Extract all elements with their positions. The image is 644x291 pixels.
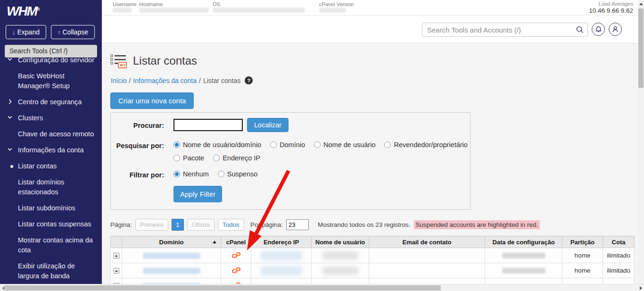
- page-current[interactable]: 1: [172, 219, 184, 231]
- sidebar-item-listar-subdominios[interactable]: Listar subdomínios: [0, 203, 102, 213]
- radio-username-domain[interactable]: Nome de usuário/domínio: [173, 141, 261, 149]
- chevron-down-icon: [8, 116, 12, 119]
- create-account-button[interactable]: Criar uma nova conta: [110, 92, 194, 109]
- radio-username[interactable]: Nome de usuário: [314, 141, 375, 149]
- radio-icon: [270, 141, 277, 148]
- showing-records-text: Mostrando todos os 23 registros.: [318, 221, 411, 228]
- col-email[interactable]: Email de contato: [369, 236, 485, 248]
- horizontal-scroll-thumb[interactable]: [4, 285, 441, 291]
- radio-icon: [314, 141, 321, 148]
- username-value-redacted: [112, 8, 132, 13]
- contact-email-cell: [369, 263, 485, 278]
- os-label: OS: [213, 1, 220, 7]
- accounts-table: Domínio cPanel Endereço IP Nome de usuár…: [110, 236, 635, 284]
- breadcrumb-home-link[interactable]: Início: [111, 77, 126, 84]
- find-button[interactable]: Localizar: [247, 118, 289, 132]
- sidebar-item-basic-webhost-setup[interactable]: Basic WebHost Manager® Setup: [0, 71, 102, 91]
- sidebar-item-clusters[interactable]: Clusters: [0, 113, 102, 123]
- radio-filter-none[interactable]: Nenhum: [173, 170, 209, 178]
- filter-panel: Procurar: Localizar Pesquisar por: Nome …: [110, 112, 471, 210]
- sidebar-item-mostrar-contas-acima-cota[interactable]: Mostrar contas acima da cota: [0, 235, 102, 255]
- help-icon[interactable]: ?: [245, 76, 253, 84]
- radio-icon: [173, 141, 180, 148]
- scroll-up-icon[interactable]: [639, 3, 643, 5]
- load-averages: Load Averages 10.46 9.66 9.62: [589, 1, 633, 14]
- cpanel-login-icon[interactable]: cP: [232, 251, 240, 259]
- domain-link-redacted[interactable]: [143, 268, 200, 274]
- arrow-down-icon: ↓: [12, 29, 16, 36]
- radio-icon: [218, 171, 224, 177]
- sidebar-item-informacoes-conta[interactable]: Informações da conta: [0, 145, 102, 155]
- sidebar-item-listar-contas[interactable]: Listar contas: [0, 161, 102, 171]
- sidebar-item-exibir-largura-banda[interactable]: Exibir utilização de largura de banda: [0, 261, 102, 281]
- partition-cell: home: [562, 248, 603, 263]
- page-last-button: Último: [187, 219, 215, 231]
- os-value-redacted: [213, 8, 305, 13]
- search-by-label: Pesquisar por:: [111, 142, 164, 150]
- chevron-down-icon: [8, 58, 12, 61]
- sidebar-search-input[interactable]: Search Tools (Ctrl /): [5, 45, 97, 58]
- col-expand: [111, 236, 122, 248]
- breadcrumb-section-link[interactable]: Informações da conta: [133, 77, 197, 84]
- sidebar-item-listar-contas-suspensas[interactable]: Listar contas suspensas: [0, 219, 102, 229]
- setup-date-redacted: [502, 253, 545, 258]
- horizontal-scrollbar[interactable]: [0, 284, 644, 291]
- bell-icon: [595, 26, 602, 33]
- chevron-right-icon: [8, 99, 12, 104]
- radio-package[interactable]: Pacote: [173, 154, 204, 162]
- domain-link-redacted[interactable]: [143, 253, 200, 259]
- col-quota[interactable]: Cota: [603, 236, 635, 248]
- radio-reseller-owner[interactable]: Revendedor/proprietário: [384, 141, 467, 149]
- per-page-label: Por página:: [250, 221, 283, 228]
- chevron-down-icon: [8, 148, 12, 151]
- sidebar-item-chave-acesso-remoto[interactable]: Chave de acesso remoto: [0, 129, 102, 139]
- hostname-value-redacted: [139, 8, 209, 13]
- expand-row-icon[interactable]: [114, 253, 119, 258]
- expand-row-icon[interactable]: [114, 268, 119, 274]
- collapse-button[interactable]: ↑Collapse: [51, 25, 95, 39]
- radio-filter-suspended[interactable]: Suspenso: [218, 170, 258, 178]
- username-redacted: [322, 251, 359, 260]
- hostname-label: Hostname: [139, 1, 163, 7]
- breadcrumb-current: Listar contas: [203, 77, 240, 84]
- quota-cell: ilimitado: [603, 248, 635, 263]
- col-domain[interactable]: Domínio: [122, 236, 221, 248]
- breadcrumb: Início / Informações da conta / Listar c…: [111, 76, 253, 84]
- sidebar-item-listar-dominios-estacionados[interactable]: Listar domínios estacionados: [0, 177, 102, 197]
- sidebar-item-centro-seguranca[interactable]: Centro de segurança: [0, 97, 102, 107]
- per-page-input[interactable]: [286, 219, 309, 230]
- top-toolbar: [102, 16, 638, 43]
- notifications-button[interactable]: [592, 23, 605, 36]
- expand-button[interactable]: ↓Expand: [6, 25, 46, 39]
- vertical-scrollbar[interactable]: [638, 0, 644, 284]
- page-title: Listar contas: [133, 54, 197, 67]
- partition-cell: home: [562, 263, 603, 278]
- global-search-input[interactable]: [422, 23, 588, 37]
- col-partition[interactable]: Partição: [562, 236, 603, 248]
- radio-ip-address[interactable]: Endereço IP: [213, 154, 260, 162]
- table-row: cP: [111, 278, 635, 284]
- username-label: Username: [113, 1, 137, 7]
- radio-icon: [384, 141, 391, 148]
- cpanel-version-label: cPanel Version: [319, 1, 354, 7]
- sidebar-nav: Configuração do servidor Basic WebHost M…: [0, 55, 102, 284]
- page-first-button: Primeiro: [135, 219, 168, 231]
- table-row: cP home ilimitado: [111, 248, 635, 263]
- page-all-button[interactable]: Todos: [218, 219, 244, 231]
- col-ip[interactable]: Endereço IP: [251, 236, 312, 248]
- scroll-right-icon[interactable]: [640, 286, 642, 290]
- username-redacted: [322, 266, 359, 275]
- col-username[interactable]: Nome de usuário: [312, 236, 369, 248]
- col-setup-date[interactable]: Data de configuração: [485, 236, 562, 248]
- arrow-up-icon: ↑: [58, 29, 61, 36]
- radio-domain[interactable]: Domínio: [270, 141, 305, 149]
- user-menu-button[interactable]: [609, 23, 622, 36]
- account-search-input[interactable]: [173, 119, 243, 131]
- cpanel-version-value-redacted: [319, 8, 346, 13]
- quota-cell: ilimitado: [603, 263, 635, 278]
- cpanel-login-icon[interactable]: cP: [232, 266, 240, 274]
- col-cpanel[interactable]: cPanel: [221, 236, 251, 248]
- apply-filter-button[interactable]: Apply Filter: [173, 186, 222, 202]
- whm-logo[interactable]: WHM®: [7, 4, 40, 19]
- vertical-scroll-thumb[interactable]: [638, 8, 644, 88]
